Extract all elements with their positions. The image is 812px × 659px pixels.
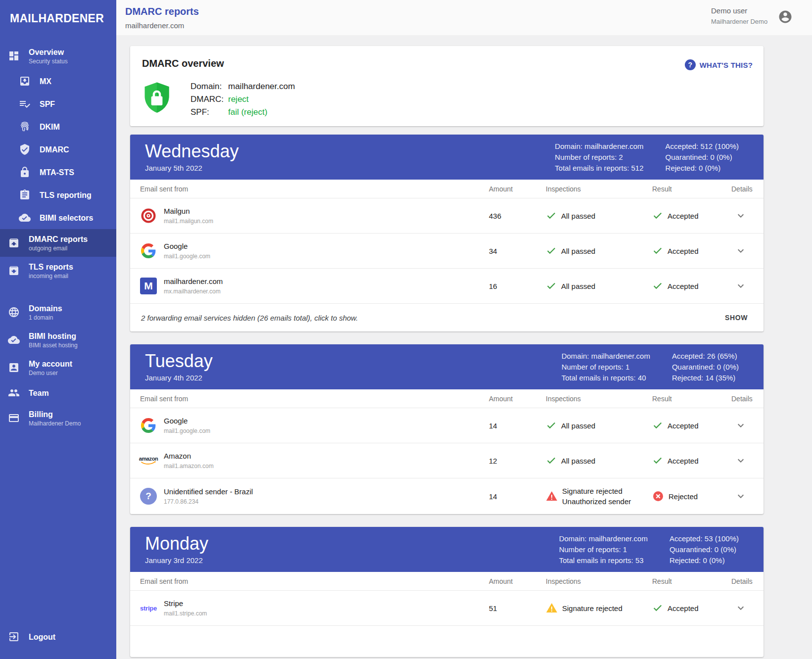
whats-this-link[interactable]: ? WHAT'S THIS? xyxy=(685,59,753,70)
sender-host: mail1.google.com xyxy=(164,253,210,260)
dmarc-value: reject xyxy=(228,93,249,106)
mailhardener-logo: M xyxy=(140,278,157,294)
outbox-icon xyxy=(8,236,22,249)
chevron-down-icon[interactable] xyxy=(735,210,747,222)
sidebar-item-team[interactable]: Team xyxy=(0,381,116,404)
chevron-down-icon[interactable] xyxy=(735,602,747,614)
user-avatar-icon[interactable] xyxy=(778,9,793,24)
google-logo xyxy=(140,417,157,434)
day-header: Wednesday January 5th 2022 Domain: mailh… xyxy=(130,135,764,180)
day-card-wednesday: Wednesday January 5th 2022 Domain: mailh… xyxy=(130,135,764,331)
sidebar-item-mta-sts[interactable]: MTA-STS xyxy=(0,161,116,184)
clipboard-icon xyxy=(19,188,33,201)
sidebar-item-dkim[interactable]: DKIM xyxy=(0,115,116,138)
inspection-text: All passed xyxy=(561,281,595,291)
sidebar-item-billing[interactable]: BillingMailhardener Demo xyxy=(0,404,116,432)
sender-name: Mailgun xyxy=(164,207,213,215)
sender-host: mx.mailhardener.com xyxy=(164,288,223,295)
check-icon xyxy=(652,245,663,256)
amount-value: 436 xyxy=(489,212,546,220)
result-text: Accepted xyxy=(668,247,699,255)
sender-name: Unidentified sender - Brazil xyxy=(164,487,253,496)
check-icon xyxy=(652,455,663,466)
table-header: Email sent from Amount Inspections Resul… xyxy=(130,572,764,590)
google-logo xyxy=(140,242,157,259)
col-amount: Amount xyxy=(489,577,546,585)
app-logo[interactable]: MAILHARDENER xyxy=(0,0,116,42)
chevron-down-icon[interactable] xyxy=(735,420,747,431)
spf-label: SPF: xyxy=(191,106,228,119)
user-organization: Mailhardener Demo xyxy=(711,18,767,25)
sidebar-item-domains[interactable]: Domains1 domain xyxy=(0,298,116,326)
col-inspections: Inspections xyxy=(546,577,652,585)
sidebar-item-spf[interactable]: SPF xyxy=(0,93,116,115)
overview-dmarc-row: DMARC: reject xyxy=(191,93,295,106)
stat-reports: Number of reports: 2 xyxy=(555,152,643,163)
result-text: Accepted xyxy=(668,212,699,220)
chevron-down-icon[interactable] xyxy=(735,490,747,502)
chevron-down-icon[interactable] xyxy=(735,280,747,292)
sidebar-item-my-account[interactable]: My accountDemo user xyxy=(0,354,116,381)
overview-domain-row: Domain: mailhardener.com xyxy=(191,80,295,93)
sidebar-item-mx[interactable]: MX xyxy=(0,70,116,93)
table-row[interactable]: Google mail1.google.com 14 All passed Ac… xyxy=(130,408,764,443)
result-text: Accepted xyxy=(668,604,699,612)
check-icon xyxy=(546,281,557,291)
chevron-down-icon[interactable] xyxy=(735,245,747,257)
sidebar: MAILHARDENER OverviewSecurity status MX … xyxy=(0,0,116,659)
sidebar-item-bimi-selectors[interactable]: BIMI selectors xyxy=(0,206,116,229)
sidebar-item-logout[interactable]: Logout xyxy=(0,625,116,648)
people-icon xyxy=(8,386,22,399)
sidebar-item-tls-reports[interactable]: TLS reportsincoming email xyxy=(0,257,116,284)
result-text: Rejected xyxy=(669,492,698,501)
day-stats: Domain: mailhardener.com Number of repor… xyxy=(562,351,764,383)
col-inspections: Inspections xyxy=(546,395,652,403)
stat-total: Total emails in reports: 40 xyxy=(562,373,650,383)
col-sender: Email sent from xyxy=(140,185,489,193)
stat-accepted: Accepted: 53 (100%) xyxy=(669,533,739,544)
day-header: Monday January 3rd 2022 Domain: mailhard… xyxy=(130,527,764,572)
domain-value: mailhardener.com xyxy=(228,80,295,93)
chevron-down-icon[interactable] xyxy=(735,455,747,467)
check-icon xyxy=(652,210,663,221)
check-icon xyxy=(546,210,557,221)
overview-spf-row: SPF: fail (reject) xyxy=(191,106,295,119)
table-row[interactable]: M mailhardener.com mx.mailhardener.com 1… xyxy=(130,268,764,303)
stat-total: Total emails in reports: 53 xyxy=(559,555,648,566)
table-row[interactable]: ? Unidentified sender - Brazil 177.0.86.… xyxy=(130,478,764,514)
hidden-services-row[interactable]: 2 forwarding email services hidden (26 e… xyxy=(130,303,764,331)
table-row[interactable]: amazon Amazon mail1.amazon.com 12 All pa… xyxy=(130,443,764,478)
stat-quarantined: Quarantined: 0 (0%) xyxy=(669,544,739,555)
table-row[interactable]: Mailgun mail1.mailgun.com 436 All passed… xyxy=(130,198,764,233)
page-title: DMARC reports xyxy=(125,6,199,17)
sender-host: mail1.amazon.com xyxy=(164,463,214,470)
check-icon xyxy=(652,420,663,431)
stat-total: Total emails in reports: 512 xyxy=(555,163,643,174)
sidebar-item-dmarc[interactable]: DMARC xyxy=(0,138,116,161)
day-date: January 4th 2022 xyxy=(145,374,213,382)
table-row[interactable]: stripe Stripe mail1.stripe.com 51 Signat… xyxy=(130,590,764,625)
globe-icon xyxy=(8,306,22,319)
stat-domain: Domain: mailhardener.com xyxy=(562,351,650,362)
check-icon xyxy=(652,603,663,613)
sender-name: Google xyxy=(164,417,210,425)
sender-host: mail1.mailgun.com xyxy=(164,218,213,225)
stat-domain: Domain: mailhardener.com xyxy=(555,141,643,152)
table-row[interactable]: Google mail1.google.com 34 All passed Ac… xyxy=(130,233,764,268)
col-sender: Email sent from xyxy=(140,577,489,585)
sidebar-item-overview[interactable]: OverviewSecurity status xyxy=(0,42,116,70)
table-header: Email sent from Amount Inspections Resul… xyxy=(130,389,764,408)
col-result: Result xyxy=(652,577,731,585)
sidebar-item-bimi-hosting[interactable]: BIMI hostingBIMI asset hosting xyxy=(0,326,116,354)
inbox-down-icon xyxy=(8,264,22,277)
show-button[interactable]: SHOW xyxy=(725,314,748,322)
sender-name: Amazon xyxy=(164,452,214,460)
stat-rejected: Rejected: 14 (35%) xyxy=(672,373,739,383)
domain-label: Domain: xyxy=(191,80,228,93)
sidebar-item-tls-reporting[interactable]: TLS reporting xyxy=(0,184,116,206)
result-text: Accepted xyxy=(668,282,699,290)
stat-domain: Domain: mailhardener.com xyxy=(559,533,648,544)
rejected-icon xyxy=(652,490,664,502)
inspection-text: Unauthorized sender xyxy=(562,496,631,507)
sidebar-item-dmarc-reports[interactable]: DMARC reportsoutgoing email xyxy=(0,229,116,257)
